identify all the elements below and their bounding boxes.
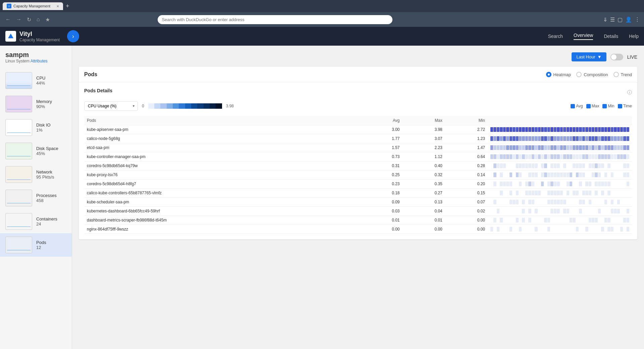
trend-radio[interactable]: [613, 72, 619, 77]
heatmap-cell: [490, 226, 629, 232]
hm-bar: [535, 200, 537, 204]
address-bar[interactable]: [158, 15, 392, 24]
min-legend[interactable]: Min: [602, 104, 614, 108]
hm-bar: [598, 218, 601, 222]
hm-bar: [503, 227, 506, 232]
logo-vityl-text: Vityl: [19, 31, 60, 38]
heatmap-option[interactable]: Heatmap: [546, 72, 571, 77]
hm-bar: [598, 182, 601, 186]
metric-select[interactable]: CPU Usage (%): [84, 101, 138, 111]
nav-overview[interactable]: Overview: [574, 33, 593, 40]
pod-heatmap: [488, 180, 632, 189]
hm-bar: [490, 200, 493, 204]
composition-option[interactable]: Composition: [576, 72, 608, 77]
hm-bar: [493, 227, 496, 232]
sidebar-item-memory[interactable]: Memory 90%: [0, 92, 72, 116]
content-area: Last Hour ▼ LIVE Pods Heatmap: [72, 46, 644, 349]
forward-button[interactable]: →: [15, 15, 23, 24]
hm-bar: [598, 200, 601, 204]
extensions-icon[interactable]: ▢: [618, 16, 623, 23]
hm-bar: [589, 127, 591, 132]
hm-bar: [532, 163, 534, 168]
hm-bar: [595, 136, 597, 141]
sidebar-item-pods[interactable]: Pods 12: [0, 233, 72, 257]
trend-option[interactable]: Trend: [613, 72, 632, 77]
hm-bar: [528, 182, 531, 186]
hm-bar: [582, 127, 585, 132]
nav-help[interactable]: Help: [629, 34, 639, 39]
composition-radio[interactable]: [576, 72, 582, 77]
hm-bar: [541, 127, 544, 132]
back-button[interactable]: ←: [4, 15, 12, 24]
hm-bar: [516, 163, 519, 168]
profile-icon[interactable]: 👤: [625, 16, 632, 23]
hm-bar: [525, 127, 528, 132]
live-toggle[interactable]: [610, 54, 623, 60]
address-input[interactable]: [158, 15, 392, 24]
nav-forward-button[interactable]: ›: [67, 30, 79, 42]
attributes-link[interactable]: Attributes: [31, 59, 48, 63]
tab-close-button[interactable]: ×: [56, 4, 59, 9]
pod-min: 1.23: [445, 134, 488, 143]
heatmap-radio[interactable]: [546, 72, 551, 77]
hm-bar: [532, 200, 534, 204]
hm-bar: [503, 209, 506, 213]
hm-bar: [522, 136, 525, 141]
sidebar-item-diskspace[interactable]: Disk Space 45%: [0, 139, 72, 163]
hm-bar: [550, 209, 553, 213]
hm-bar: [570, 154, 572, 159]
system-type: Linux System Attributes: [5, 59, 66, 63]
hm-bar: [620, 209, 623, 213]
hm-bar: [563, 163, 566, 168]
browser-nav: ← → ↻ ⌂ ★ ⇓ ☰ ▢ 👤 ⋮: [0, 12, 644, 27]
hm-bar: [541, 209, 544, 213]
reload-button[interactable]: ↻: [25, 15, 33, 24]
pod-max: 3.98: [402, 125, 445, 134]
nav-details[interactable]: Details: [604, 34, 618, 39]
hm-bar: [522, 163, 525, 168]
bookmark-button[interactable]: ★: [44, 15, 51, 24]
hm-bar: [592, 127, 594, 132]
sidebar-item-processes[interactable]: Processes 458: [0, 186, 72, 210]
scale-segment: [160, 103, 166, 109]
hm-bar: [497, 145, 499, 150]
hm-bar: [528, 127, 531, 132]
sidebar-item-containers[interactable]: Containers 24: [0, 210, 72, 233]
hm-bar: [544, 136, 547, 141]
info-icon[interactable]: ⓘ: [627, 90, 632, 96]
hm-bar: [538, 163, 541, 168]
new-tab-button[interactable]: +: [66, 3, 69, 10]
browser-tab[interactable]: V Capacity Management ×: [3, 2, 63, 10]
hm-bar: [627, 209, 629, 213]
nav-search[interactable]: Search: [548, 34, 563, 39]
hm-bar: [528, 163, 531, 168]
pod-avg: 1.77: [360, 134, 402, 143]
hm-bar: [506, 227, 509, 232]
last-hour-button[interactable]: Last Hour ▼: [572, 52, 606, 61]
sidebar-item-diskio[interactable]: Disk IO 1%: [0, 116, 72, 139]
hm-bar: [490, 227, 493, 232]
hm-bar: [500, 191, 502, 195]
sidebar-item-network[interactable]: Network 95 Pkts/s: [0, 163, 72, 186]
sidebar-item-cpu[interactable]: CPU 44%: [0, 69, 72, 92]
time-legend[interactable]: Time: [618, 104, 632, 108]
bookmarks-icon[interactable]: ☰: [610, 16, 615, 23]
max-legend[interactable]: Max: [586, 104, 599, 108]
hm-bar: [547, 127, 550, 132]
hm-bar: [500, 182, 502, 186]
hm-bar: [579, 172, 582, 177]
hm-bar: [563, 154, 566, 159]
hm-bar: [589, 191, 591, 195]
hm-bar: [623, 154, 626, 159]
hm-bar: [611, 182, 613, 186]
hm-bar: [570, 200, 572, 204]
page-info: sampm Linux System Attributes: [0, 51, 72, 69]
home-button[interactable]: ⌂: [35, 15, 41, 24]
hm-bar: [544, 127, 547, 132]
sidebar-label-containers: Containers 24: [36, 216, 57, 227]
pod-name: kube-scheduler-saa-pm: [84, 198, 360, 207]
menu-icon[interactable]: ⋮: [635, 16, 640, 23]
download-icon[interactable]: ⇓: [603, 16, 607, 23]
hm-bar: [522, 209, 525, 213]
avg-legend[interactable]: Avg: [571, 104, 583, 108]
